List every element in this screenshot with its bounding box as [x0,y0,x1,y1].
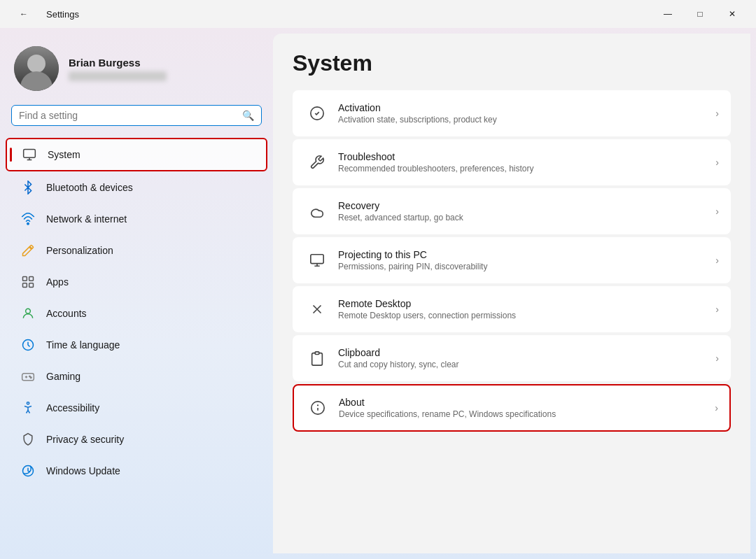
settings-item-title-about: About [339,397,709,408]
remote-desktop-settings-icon [304,297,330,322]
sidebar-item-apps[interactable]: Apps [6,267,267,297]
titlebar: ← Settings — □ ✕ [0,0,756,28]
sidebar-item-gaming[interactable]: Gaming [6,361,267,392]
svg-rect-2 [23,277,27,281]
apps-icon [20,274,36,290]
chevron-right-icon-clipboard: › [715,353,719,364]
bluetooth-icon [20,179,36,196]
settings-item-clipboard[interactable]: Clipboard Cut and copy history, sync, cl… [293,335,731,381]
system-icon [21,146,38,163]
sidebar-item-label-privacy: Privacy & security [46,434,124,445]
nav-list: System Bluetooth & devices Network & int… [0,137,273,487]
accounts-icon [20,305,36,322]
settings-item-text-remote-desktop: Remote Desktop Remote Desktop users, con… [338,298,710,320]
settings-item-desc-projecting: Permissions, pairing PIN, discoverabilit… [338,262,710,271]
settings-item-activation[interactable]: Activation Activation state, subscriptio… [293,90,731,136]
minimize-icon: — [664,9,672,19]
settings-item-desc-remote-desktop: Remote Desktop users, connection permiss… [338,311,710,320]
search-input[interactable] [19,110,237,121]
user-email [69,71,167,81]
settings-item-desc-activation: Activation state, subscriptions, product… [338,115,710,125]
privacy-icon [20,431,36,448]
settings-item-desc-troubleshoot: Recommended troubleshooters, preferences… [338,164,710,174]
settings-item-text-clipboard: Clipboard Cut and copy history, sync, cl… [338,347,710,369]
back-button[interactable]: ← [8,3,39,25]
titlebar-left: ← Settings [8,3,79,25]
sidebar-item-label-bluetooth: Bluetooth & devices [46,182,133,193]
svg-rect-4 [23,283,27,288]
chevron-right-icon-troubleshoot: › [715,157,719,168]
settings-item-desc-recovery: Reset, advanced startup, go back [338,213,710,222]
troubleshoot-settings-icon [304,150,330,175]
page-title: System [293,50,731,76]
sidebar-item-bluetooth[interactable]: Bluetooth & devices [6,172,267,203]
minimize-button[interactable]: — [652,3,683,25]
sidebar-item-time[interactable]: Time & language [6,330,267,360]
sidebar-item-system[interactable]: System [6,138,267,171]
svg-rect-0 [24,150,36,158]
titlebar-controls: — □ ✕ [652,3,748,25]
content-area: System Activation Activation state, subs… [273,34,750,553]
projecting-settings-icon [304,248,330,273]
sidebar-item-label-network: Network & internet [46,213,127,225]
sidebar-item-update[interactable]: Windows Update [6,455,267,486]
chevron-right-icon-activation: › [715,108,719,119]
settings-item-recovery[interactable]: Recovery Reset, advanced startup, go bac… [293,188,731,234]
svg-rect-13 [311,255,323,264]
close-button[interactable]: ✕ [717,3,748,25]
about-settings-icon [305,395,330,420]
sidebar-item-privacy[interactable]: Privacy & security [6,424,267,455]
svg-point-6 [26,309,31,313]
settings-item-troubleshoot[interactable]: Troubleshoot Recommended troubleshooters… [293,139,731,185]
avatar [14,46,59,91]
sidebar-item-label-time: Time & language [46,339,120,351]
user-name: Brian Burgess [69,57,167,69]
clipboard-settings-icon [304,346,330,371]
svg-point-10 [30,377,31,378]
settings-item-text-about: About Device specifications, rename PC, … [339,397,709,419]
avatar-image [14,46,59,91]
sidebar-item-accessibility[interactable]: Accessibility [6,392,267,423]
settings-item-desc-about: Device specifications, rename PC, Window… [339,409,709,419]
svg-rect-8 [22,374,34,381]
settings-item-title-troubleshoot: Troubleshoot [338,151,710,162]
sidebar-item-network[interactable]: Network & internet [6,204,267,234]
settings-item-text-projecting: Projecting to this PC Permissions, pairi… [338,249,710,271]
settings-item-remote-desktop[interactable]: Remote Desktop Remote Desktop users, con… [293,286,731,332]
titlebar-title: Settings [46,9,79,20]
settings-item-text-troubleshoot: Troubleshoot Recommended troubleshooters… [338,151,710,174]
recovery-settings-icon [304,199,330,224]
settings-item-title-remote-desktop: Remote Desktop [338,298,710,309]
search-box[interactable]: 🔍 [11,105,262,126]
search-icon: 🔍 [242,110,254,121]
user-profile: Brian Burgess [0,39,273,105]
chevron-right-icon-remote-desktop: › [715,304,719,315]
sidebar-item-label-system: System [48,149,80,160]
chevron-right-icon-about: › [715,402,718,413]
sidebar-item-label-gaming: Gaming [46,371,80,382]
maximize-icon: □ [697,9,702,19]
settings-item-title-activation: Activation [338,102,710,113]
sidebar-item-label-update: Windows Update [46,465,120,476]
settings-item-desc-clipboard: Cut and copy history, sync, clear [338,360,710,369]
settings-item-projecting[interactable]: Projecting to this PC Permissions, pairi… [293,237,731,283]
sidebar-item-accounts[interactable]: Accounts [6,298,267,329]
accessibility-icon [20,399,36,416]
sidebar-item-label-accessibility: Accessibility [46,402,99,413]
sidebar: Brian Burgess 🔍 System Bluetooth & devic… [0,28,273,559]
settings-list: Activation Activation state, subscriptio… [293,90,731,432]
back-icon: ← [20,9,28,19]
settings-item-title-clipboard: Clipboard [338,347,710,358]
gaming-icon [20,368,36,385]
settings-item-text-recovery: Recovery Reset, advanced startup, go bac… [338,200,710,222]
settings-item-title-projecting: Projecting to this PC [338,249,710,260]
search-container: 🔍 [0,105,273,137]
update-icon [20,462,36,479]
settings-item-about[interactable]: About Device specifications, rename PC, … [293,384,731,432]
svg-point-11 [27,402,29,404]
sidebar-item-label-accounts: Accounts [46,308,87,319]
maximize-button[interactable]: □ [685,3,715,25]
main-container: Brian Burgess 🔍 System Bluetooth & devic… [0,28,756,559]
sidebar-item-personalization[interactable]: Personalization [6,235,267,266]
personalization-icon [20,242,36,259]
